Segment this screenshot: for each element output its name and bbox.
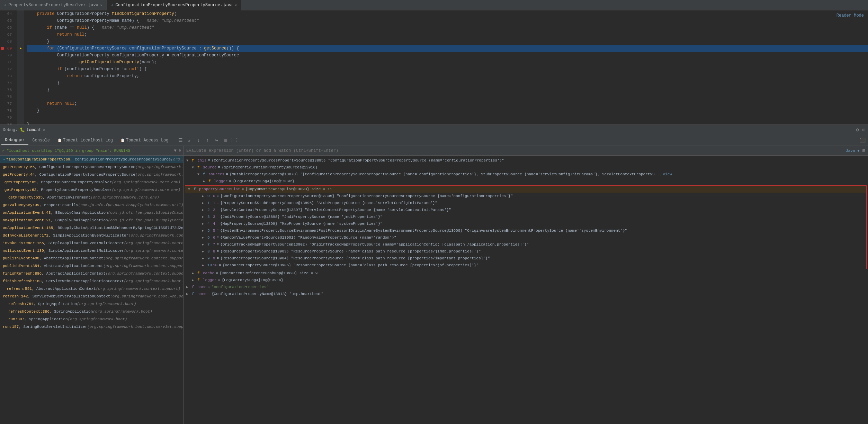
tab-tomcat-access-log[interactable]: 📋 Tomcat Access Log bbox=[117, 137, 172, 144]
filter-icon[interactable]: ⊕ bbox=[179, 148, 181, 153]
stack-item-14[interactable]: publishEvent:354 , AbstractApplicationCo… bbox=[0, 262, 183, 270]
stack-item-13[interactable]: publishEvent:400 , AbstractApplicationCo… bbox=[0, 255, 183, 262]
filter-stack-btn[interactable]: ☰ bbox=[176, 136, 185, 145]
tab-tomcat-localhost-log[interactable]: 📋 Tomcat Localhost Log bbox=[54, 137, 116, 144]
variables-area[interactable]: ▼ f this = {ConfigurationPropertySources… bbox=[184, 156, 868, 424]
expand-icon[interactable]: ▶ bbox=[203, 179, 208, 183]
stack-item-15[interactable]: finishRefresh:886 , AbstractApplicationC… bbox=[0, 270, 183, 277]
var-row-6[interactable]: ▶ 6 6 = {RandomValuePropertySource@13901… bbox=[185, 234, 866, 241]
expand-icon[interactable]: ▶ bbox=[192, 278, 197, 282]
stack-item-5[interactable]: getProperty:535 , AbstractEnvironment (o… bbox=[0, 194, 183, 201]
run-to-cursor-btn[interactable]: ↪ bbox=[212, 136, 221, 145]
expand-icon[interactable]: ▼ bbox=[192, 166, 197, 169]
frames-btn[interactable]: ▦ bbox=[221, 136, 230, 145]
var-row-1[interactable]: ▶ 1 1 = {PropertySource$StubPropertySour… bbox=[185, 200, 866, 206]
expand-icon[interactable]: ▶ bbox=[202, 222, 207, 226]
var-row-4[interactable]: ▶ 4 4 = {MapPropertySource@13899} "MapPr… bbox=[185, 220, 866, 227]
tab-close-2[interactable]: ✕ bbox=[235, 3, 237, 7]
debug-session-tab[interactable]: 🐛 tomcat ✕ bbox=[20, 127, 45, 132]
expand-icon[interactable]: ▶ bbox=[202, 263, 207, 267]
var-row-3[interactable]: ▶ 3 3 = {JndiPropertySource@13898} "Jndi… bbox=[185, 213, 866, 220]
settings-icon[interactable]: ⚙ bbox=[856, 127, 859, 133]
stack-item-18[interactable]: refresh:142 , ServletWebServerApplicatio… bbox=[0, 293, 183, 300]
code-line-69: for (ConfigurationPropertySource configu… bbox=[27, 45, 868, 52]
stack-item-17[interactable]: refresh:551 , AbstractApplicationContext… bbox=[0, 285, 183, 293]
expand-icon[interactable]: ▼ bbox=[186, 159, 192, 163]
watch-language-selector[interactable]: Java ▼ bbox=[846, 149, 860, 153]
settings-btn[interactable]: ⋮⋮ bbox=[230, 136, 239, 145]
gutter: ➤ bbox=[17, 10, 24, 125]
stack-item-21[interactable]: run:307 , SpringApplication (org.springf… bbox=[0, 315, 183, 323]
expand-icon[interactable]: ▶ bbox=[202, 236, 207, 240]
stack-item-22[interactable]: run:157 , SpringBootServletInitializer (… bbox=[0, 323, 183, 331]
expand-icon[interactable]: ▶ bbox=[202, 249, 207, 254]
expand-icon[interactable]: ▶ bbox=[186, 285, 192, 289]
expand-icon[interactable]: ▶ bbox=[202, 242, 207, 247]
var-row-name-string[interactable]: ▶ f name = "configurationProperties" bbox=[184, 284, 868, 291]
expand-icon[interactable]: ▶ bbox=[186, 292, 192, 296]
tab-property-resolver[interactable]: J PropertySourcesPropertyResolver.java ✕ bbox=[0, 0, 107, 10]
view-link[interactable]: View bbox=[663, 172, 672, 176]
minimize-btn[interactable]: ⬛ bbox=[858, 136, 867, 145]
expand-icon[interactable]: ⊞ bbox=[862, 127, 865, 133]
var-row-2[interactable]: ▶ 2 2 = {ServletContextPropertySource@13… bbox=[185, 206, 866, 213]
expand-watches-icon[interactable]: ⊞ bbox=[862, 148, 865, 154]
tab-close-1[interactable]: ✕ bbox=[100, 3, 102, 7]
stack-item-19[interactable]: refresh:754 , SpringApplication (org.spr… bbox=[0, 300, 183, 308]
stack-item-11[interactable]: invokeListener:165 , SimpleApplicationEv… bbox=[0, 239, 183, 247]
reader-mode[interactable]: Reader Mode bbox=[836, 13, 864, 18]
var-row-cache[interactable]: ▶ f cache = {ConcurrentReferenceHashMap@… bbox=[184, 270, 868, 277]
stack-item-3[interactable]: getProperty:85 , PropertySourcesProperty… bbox=[0, 178, 183, 186]
step-over-btn[interactable]: ↙ bbox=[185, 136, 194, 145]
var-row-0[interactable]: ▶ 0 0 = {ConfigurationPropertySourcesPro… bbox=[185, 193, 866, 200]
stack-item-0[interactable]: → findConfigurationProperty:69 , Configu… bbox=[0, 156, 183, 163]
var-row-9[interactable]: ▶ 9 9 = {ResourcePropertySource@13904} "… bbox=[185, 255, 866, 262]
call-stack[interactable]: → findConfigurationProperty:69 , Configu… bbox=[0, 156, 183, 424]
filter-button[interactable]: ▼ bbox=[174, 148, 177, 153]
var-row-7[interactable]: ▶ 7 7 = {OriginTrackedMapPropertySource@… bbox=[185, 241, 866, 248]
line-num-68: 68 bbox=[0, 38, 15, 45]
stack-item-16[interactable]: finishRefresh:163 , ServletWebServerAppl… bbox=[0, 277, 183, 285]
expand-icon[interactable]: ▶ bbox=[202, 201, 207, 205]
expand-icon[interactable]: ▼ bbox=[188, 187, 194, 191]
stack-item-1[interactable]: getProperty:56 , ConfigurationPropertySo… bbox=[0, 163, 183, 171]
tab-console[interactable]: Console bbox=[29, 137, 53, 144]
watch-input[interactable] bbox=[186, 148, 843, 153]
var-row-name-obj[interactable]: ▶ f name = {ConfigurationPropertyName@13… bbox=[184, 291, 868, 297]
var-row-logger-2[interactable]: ▶ f logger = {LogFactory$Log4jLog@13914} bbox=[184, 277, 868, 284]
expand-icon[interactable]: ▶ bbox=[202, 208, 207, 212]
stack-item-8[interactable]: onApplicationEvent:21 , BSupplyChainAppl… bbox=[0, 216, 183, 224]
var-row-5[interactable]: ▶ 5 5 = {SystemEnvironmentPropertySource… bbox=[185, 227, 866, 234]
expand-icon[interactable]: ▶ bbox=[202, 256, 207, 260]
var-row-8[interactable]: ▶ 8 8 = {ResourcePropertySource@13903} "… bbox=[185, 248, 866, 255]
stack-item-4[interactable]: getProperty:62 , PropertySourcesProperty… bbox=[0, 186, 183, 194]
expand-icon[interactable]: ▶ bbox=[202, 194, 207, 198]
index-icon: 3 bbox=[207, 215, 212, 219]
stack-item-2[interactable]: getProperty:44 , ConfigurationPropertySo… bbox=[0, 171, 183, 178]
tab-debugger[interactable]: Debugger bbox=[1, 136, 28, 145]
stack-item-9[interactable]: onApplicationEvent:165 , BSupplyChainApp… bbox=[0, 224, 183, 232]
var-row-logger-1[interactable]: ▶ f logger = {LogFactory$Log4jLog@13892} bbox=[184, 178, 868, 185]
code-content[interactable]: private ConfigurationProperty findConfig… bbox=[24, 10, 868, 125]
var-row-source[interactable]: ▼ f source = {SpringConfigurationPropert… bbox=[184, 164, 868, 171]
line-num-80: 80 bbox=[0, 121, 15, 125]
stack-item-10[interactable]: doInvokeListener:172 , SimpleApplication… bbox=[0, 232, 183, 239]
field-icon: f bbox=[208, 179, 213, 183]
stack-item-20[interactable]: refreshContext:386 , SpringApplication (… bbox=[0, 308, 183, 315]
expand-icon[interactable]: ▼ bbox=[197, 173, 203, 176]
stack-item-6[interactable]: getValueByKey:39 , PropertiesUtils (com.… bbox=[0, 201, 183, 209]
property-source-list-header[interactable]: ▼ f propertySourceList = {CopyOnWriteArr… bbox=[185, 186, 866, 193]
step-into-btn[interactable]: ↓ bbox=[194, 136, 203, 145]
var-row-10[interactable]: ▶ 10 10 = {ResourcePropertySource@13905}… bbox=[185, 262, 866, 269]
stack-item-7[interactable]: onApplicationEvent:43 , BSupplyChainAppl… bbox=[0, 209, 183, 216]
expand-icon[interactable]: ▶ bbox=[202, 215, 207, 219]
debug-session-close[interactable]: ✕ bbox=[43, 128, 45, 132]
expand-icon[interactable]: ▶ bbox=[192, 271, 197, 275]
field-icon: f bbox=[192, 285, 197, 289]
step-out-btn[interactable]: ↑ bbox=[203, 136, 212, 145]
var-row-this[interactable]: ▼ f this = {ConfigurationPropertySources… bbox=[184, 157, 868, 164]
expand-icon[interactable]: ▶ bbox=[202, 229, 207, 233]
tab-configuration-property[interactable]: J ConfigurationPropertySourcesPropertySo… bbox=[107, 0, 241, 10]
var-row-sources[interactable]: ▼ f sources = {MutablePropertySources@13… bbox=[184, 171, 868, 178]
stack-item-12[interactable]: multicastEvent:139 , SimpleApplicationEv… bbox=[0, 247, 183, 255]
